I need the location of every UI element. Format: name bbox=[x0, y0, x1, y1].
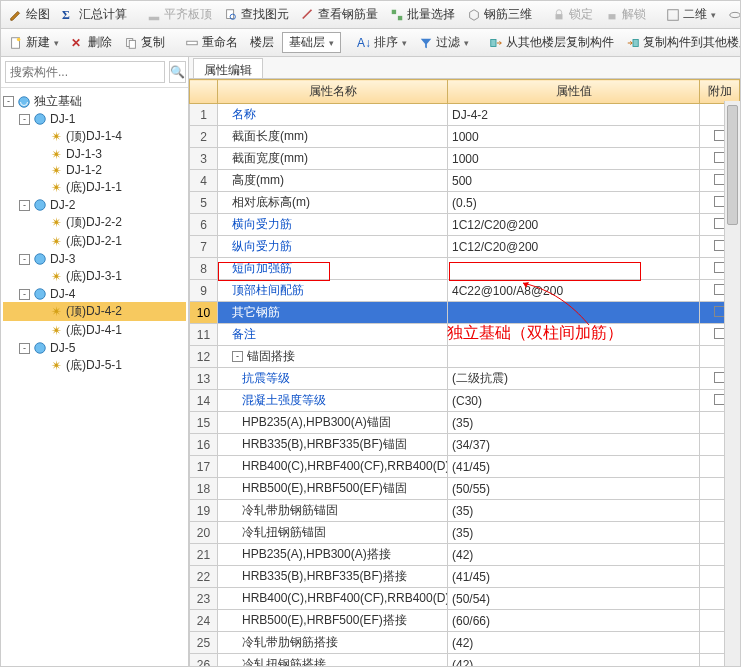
tree-node[interactable]: ✴(底)DJ-4-1 bbox=[3, 321, 186, 340]
tree-node[interactable]: -DJ-4 bbox=[3, 286, 186, 302]
prop-value-cell[interactable]: 500 bbox=[448, 170, 700, 192]
search-input[interactable] bbox=[5, 61, 165, 83]
prop-value-cell[interactable]: 1000 bbox=[448, 126, 700, 148]
prop-name-cell[interactable]: 高度(mm) bbox=[218, 170, 448, 192]
view-rebar-button[interactable]: 查看钢筋量 bbox=[297, 4, 382, 25]
property-grid[interactable]: 属性名称 属性值 附加 1名称DJ-4-22截面长度(mm)10003截面宽度(… bbox=[189, 79, 740, 666]
prop-name-cell[interactable]: 名称 bbox=[218, 104, 448, 126]
tree-node[interactable]: ✴(顶)DJ-4-2 bbox=[3, 302, 186, 321]
tree-toggle[interactable]: - bbox=[3, 96, 14, 107]
rename-button[interactable]: 重命名 bbox=[181, 32, 242, 53]
grid-row[interactable]: 16HRB335(B),HRBF335(BF)锚固(34/37) bbox=[190, 434, 740, 456]
batch-select-button[interactable]: 批量选择 bbox=[386, 4, 459, 25]
tree-node[interactable]: -DJ-1 bbox=[3, 111, 186, 127]
prop-name-cell[interactable]: HPB235(A),HPB300(A)锚固 bbox=[218, 412, 448, 434]
tree-toggle[interactable]: - bbox=[19, 200, 30, 211]
grid-row[interactable]: 2截面长度(mm)1000 bbox=[190, 126, 740, 148]
filter-button[interactable]: 过滤▾ bbox=[415, 32, 473, 53]
prop-value-cell[interactable]: (35) bbox=[448, 500, 700, 522]
prop-value-cell[interactable]: (50/54) bbox=[448, 588, 700, 610]
grid-row[interactable]: 14混凝土强度等级(C30) bbox=[190, 390, 740, 412]
tree-toggle[interactable]: - bbox=[19, 343, 30, 354]
tree-toggle[interactable]: - bbox=[19, 254, 30, 265]
prop-name-cell[interactable]: HRB400(C),HRBF400(CF),RRB400(D)锚 bbox=[218, 456, 448, 478]
prop-value-cell[interactable]: 1C12/C20@200 bbox=[448, 236, 700, 258]
tree-toggle[interactable]: - bbox=[19, 289, 30, 300]
tree-node[interactable]: ✴(顶)DJ-2-2 bbox=[3, 213, 186, 232]
grid-row[interactable]: 20冷轧扭钢筋锚固(35) bbox=[190, 522, 740, 544]
prop-name-cell[interactable]: 截面宽度(mm) bbox=[218, 148, 448, 170]
prop-name-cell[interactable]: 冷轧扭钢筋锚固 bbox=[218, 522, 448, 544]
grid-row[interactable]: 24HRB500(E),HRBF500(EF)搭接(60/66) bbox=[190, 610, 740, 632]
tree-node[interactable]: ✴DJ-1-2 bbox=[3, 162, 186, 178]
tree-node[interactable]: -DJ-5 bbox=[3, 340, 186, 356]
tree-node[interactable]: ✴(底)DJ-1-1 bbox=[3, 178, 186, 197]
grid-row[interactable]: 6横向受力筋1C12/C20@200 bbox=[190, 214, 740, 236]
grid-row[interactable]: 11备注 bbox=[190, 324, 740, 346]
lock-button[interactable]: 锁定 bbox=[548, 4, 597, 25]
prop-name-cell[interactable]: 冷轧带肋钢筋锚固 bbox=[218, 500, 448, 522]
prop-name-cell[interactable]: 混凝土强度等级 bbox=[218, 390, 448, 412]
grid-row[interactable]: 12-锚固搭接 bbox=[190, 346, 740, 368]
prop-value-cell[interactable]: (42) bbox=[448, 544, 700, 566]
prop-value-cell[interactable] bbox=[448, 346, 700, 368]
find-element-button[interactable]: 查找图元 bbox=[220, 4, 293, 25]
prop-name-cell[interactable]: 其它钢筋 bbox=[218, 302, 448, 324]
component-tree[interactable]: -独立基础-DJ-1✴(顶)DJ-1-4✴DJ-1-3✴DJ-1-2✴(底)DJ… bbox=[1, 88, 188, 666]
col-value[interactable]: 属性值 bbox=[448, 80, 700, 104]
tree-node[interactable]: -独立基础 bbox=[3, 92, 186, 111]
prop-name-cell[interactable]: HRB500(E),HRBF500(EF)搭接 bbox=[218, 610, 448, 632]
copy-button[interactable]: 复制 bbox=[120, 32, 169, 53]
prop-value-cell[interactable] bbox=[448, 302, 700, 324]
tree-node[interactable]: -DJ-2 bbox=[3, 197, 186, 213]
scrollbar-thumb[interactable] bbox=[727, 105, 738, 225]
prop-name-cell[interactable]: 横向受力筋 bbox=[218, 214, 448, 236]
grid-row[interactable]: 3截面宽度(mm)1000 bbox=[190, 148, 740, 170]
grid-row[interactable]: 22HRB335(B),HRBF335(BF)搭接(41/45) bbox=[190, 566, 740, 588]
prop-value-cell[interactable]: 1C12/C20@200 bbox=[448, 214, 700, 236]
new-button[interactable]: 新建▾ bbox=[5, 32, 63, 53]
grid-row[interactable]: 23HRB400(C),HRBF400(CF),RRB400(D)搭(50/54… bbox=[190, 588, 740, 610]
prop-name-cell[interactable]: HRB400(C),HRBF400(CF),RRB400(D)搭 bbox=[218, 588, 448, 610]
prop-name-cell[interactable]: HPB235(A),HPB300(A)搭接 bbox=[218, 544, 448, 566]
prop-value-cell[interactable]: (42) bbox=[448, 632, 700, 654]
prop-name-cell[interactable]: 冷轧扭钢筋搭接 bbox=[218, 654, 448, 667]
sort-button[interactable]: A↓排序▾ bbox=[353, 32, 411, 53]
prop-name-cell[interactable]: 顶部柱间配筋 bbox=[218, 280, 448, 302]
prop-value-cell[interactable]: (35) bbox=[448, 412, 700, 434]
prop-value-cell[interactable]: (二级抗震) bbox=[448, 368, 700, 390]
sum-button[interactable]: Σ汇总计算 bbox=[58, 4, 131, 25]
prop-value-cell[interactable]: (42) bbox=[448, 654, 700, 667]
prop-name-cell[interactable]: 冷轧带肋钢筋搭接 bbox=[218, 632, 448, 654]
prop-name-cell[interactable]: 抗震等级 bbox=[218, 368, 448, 390]
tree-node[interactable]: -DJ-3 bbox=[3, 251, 186, 267]
rebar-3d-button[interactable]: 钢筋三维 bbox=[463, 4, 536, 25]
grid-row[interactable]: 21HPB235(A),HPB300(A)搭接(42) bbox=[190, 544, 740, 566]
two-d-button[interactable]: 二维▾ bbox=[662, 4, 720, 25]
prop-value-cell[interactable]: DJ-4-2 bbox=[448, 104, 700, 126]
col-attach[interactable]: 附加 bbox=[700, 80, 740, 104]
tree-toggle[interactable]: - bbox=[19, 114, 30, 125]
copy-from-other-button[interactable]: 从其他楼层复制构件 bbox=[485, 32, 618, 53]
grid-row[interactable]: 10其它钢筋 bbox=[190, 302, 740, 324]
tree-node[interactable]: ✴(底)DJ-2-1 bbox=[3, 232, 186, 251]
prop-name-cell[interactable]: HRB500(E),HRBF500(EF)锚固 bbox=[218, 478, 448, 500]
prop-value-cell[interactable]: 1000 bbox=[448, 148, 700, 170]
prop-value-cell[interactable]: (60/66) bbox=[448, 610, 700, 632]
prop-name-cell[interactable]: HRB335(B),HRBF335(BF)搭接 bbox=[218, 566, 448, 588]
tab-property-edit[interactable]: 属性编辑 bbox=[193, 58, 263, 78]
prop-value-cell[interactable]: (35) bbox=[448, 522, 700, 544]
prop-name-cell[interactable]: 相对底标高(m) bbox=[218, 192, 448, 214]
prop-name-cell[interactable]: 备注 bbox=[218, 324, 448, 346]
grid-row[interactable]: 25冷轧带肋钢筋搭接(42) bbox=[190, 632, 740, 654]
prop-name-cell[interactable]: HRB335(B),HRBF335(BF)锚固 bbox=[218, 434, 448, 456]
search-button[interactable]: 🔍 bbox=[169, 61, 186, 83]
draw-button[interactable]: 绘图 bbox=[5, 4, 54, 25]
grid-row[interactable]: 15HPB235(A),HPB300(A)锚固(35) bbox=[190, 412, 740, 434]
grid-row[interactable]: 1名称DJ-4-2 bbox=[190, 104, 740, 126]
tree-node[interactable]: ✴(顶)DJ-1-4 bbox=[3, 127, 186, 146]
delete-button[interactable]: ✕删除 bbox=[67, 32, 116, 53]
prop-value-cell[interactable]: (50/55) bbox=[448, 478, 700, 500]
prop-value-cell[interactable]: (34/37) bbox=[448, 434, 700, 456]
unlock-button[interactable]: 解锁 bbox=[601, 4, 650, 25]
